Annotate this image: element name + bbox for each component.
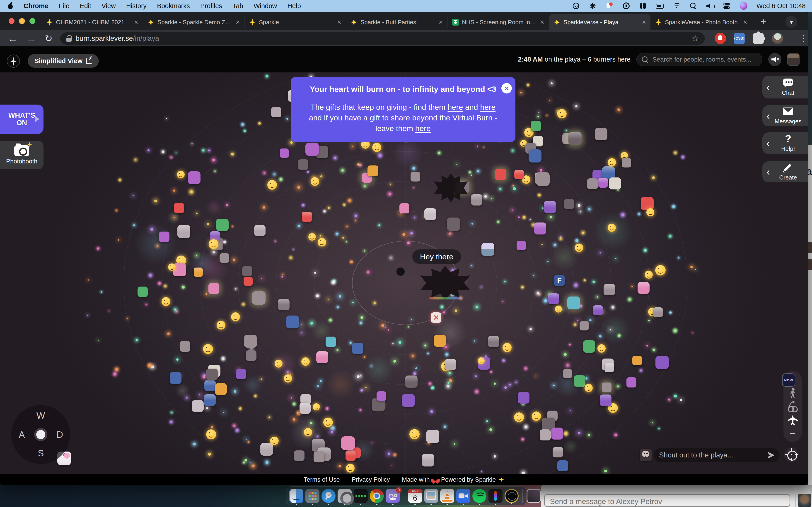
room-avatar-tile[interactable] xyxy=(583,340,595,353)
dock-icon-calendar[interactable] xyxy=(408,489,422,503)
zoom-out-button[interactable]: − xyxy=(790,428,796,439)
dock-icon-sphere[interactable] xyxy=(505,489,519,503)
room-avatar-tile[interactable] xyxy=(622,158,631,168)
room-avatar-tile[interactable] xyxy=(553,447,563,457)
room-avatar-tile[interactable] xyxy=(557,460,568,471)
room-avatar-tile[interactable] xyxy=(626,377,637,387)
room-avatar-tile[interactable] xyxy=(568,132,581,145)
burner-avatar-smiley[interactable] xyxy=(203,344,213,354)
closed-room-tile[interactable]: ✕ xyxy=(431,313,441,323)
room-avatar-tile[interactable] xyxy=(314,452,324,462)
menu-clock[interactable]: Wed 6 Oct 10:48 xyxy=(757,2,806,10)
browser-tab[interactable]: SparkleVerse - Playa× xyxy=(549,14,651,30)
compass-thumbstick[interactable] xyxy=(34,428,47,441)
chat-message-inputbox[interactable] xyxy=(544,494,790,507)
tab-close-icon[interactable]: × xyxy=(133,18,139,26)
address-bar[interactable]: burn.sparklever.se/in/playa ☆ xyxy=(60,33,705,45)
room-avatar-tile[interactable] xyxy=(367,165,378,176)
burner-avatar-smiley[interactable] xyxy=(555,305,562,313)
snowflake-icon[interactable] xyxy=(589,2,597,10)
shout-input-pill[interactable] xyxy=(654,448,779,462)
room-avatar-tile[interactable] xyxy=(244,277,253,286)
menu-item-profiles[interactable]: Profiles xyxy=(200,2,222,10)
room-avatar-tile[interactable] xyxy=(563,369,572,378)
burner-avatar-smiley[interactable] xyxy=(217,321,225,330)
browser-tab[interactable]: NHS - Screening Room Infor× xyxy=(448,15,549,29)
room-avatar-tile[interactable] xyxy=(246,350,256,361)
panel-tab-create[interactable]: ‹Create xyxy=(762,161,808,182)
room-avatar-tile[interactable] xyxy=(518,392,529,404)
creative-cloud-icon[interactable] xyxy=(572,2,580,10)
wifi-icon[interactable] xyxy=(673,2,680,10)
room-avatar-tile[interactable] xyxy=(174,203,184,213)
room-avatar-tile[interactable] xyxy=(426,430,439,443)
room-avatar-tile[interactable] xyxy=(305,143,319,156)
burner-avatar-smiley[interactable] xyxy=(267,180,277,190)
room-avatar-tile[interactable] xyxy=(341,436,355,450)
dock-icon-figma[interactable] xyxy=(489,489,503,503)
room-avatar-tile[interactable] xyxy=(376,391,386,401)
room-avatar-tile[interactable] xyxy=(242,266,252,276)
room-avatar-tile[interactable] xyxy=(602,166,615,179)
burner-avatar-smiley[interactable] xyxy=(372,143,381,152)
dock-icon-settings[interactable] xyxy=(338,489,352,503)
menu-item-edit[interactable]: Edit xyxy=(80,2,91,10)
room-avatar-tile[interactable] xyxy=(598,178,608,187)
room-avatar-tile[interactable] xyxy=(564,199,574,209)
room-avatar-tile[interactable] xyxy=(204,394,215,406)
burner-avatar-smiley[interactable] xyxy=(514,412,524,422)
tab-search-button[interactable]: ▾ xyxy=(785,16,797,27)
room-avatar-tile[interactable] xyxy=(579,321,589,331)
menu-item-bookmarks[interactable]: Bookmarks xyxy=(157,2,190,10)
burner-avatar-smiley[interactable] xyxy=(177,171,185,178)
send-icon[interactable] xyxy=(768,452,775,459)
room-avatar-tile[interactable] xyxy=(587,178,598,189)
burner-avatar-smiley[interactable] xyxy=(655,265,666,275)
burner-avatar-smiley[interactable] xyxy=(478,357,485,364)
room-avatar-tile[interactable] xyxy=(402,394,415,407)
spotlight-icon[interactable] xyxy=(690,2,697,10)
dock-icon-chromeapp[interactable] xyxy=(370,489,384,503)
tab-close-icon[interactable]: × xyxy=(235,18,241,26)
browser-tab[interactable]: OHBM2021 - OHBM 2021× xyxy=(42,15,143,29)
photobooth-button[interactable]: Photobooth xyxy=(0,141,44,169)
room-avatar-tile[interactable] xyxy=(567,296,580,309)
room-avatar-tile[interactable] xyxy=(286,316,299,328)
room-avatar-tile[interactable] xyxy=(188,171,201,184)
compass-a[interactable]: A xyxy=(19,430,25,440)
map-pin-icon[interactable] xyxy=(606,2,613,10)
burner-avatar-smiley[interactable] xyxy=(608,158,616,167)
siri-icon[interactable] xyxy=(740,2,748,10)
room-avatar-tile[interactable] xyxy=(302,212,312,222)
tab-close-icon[interactable]: × xyxy=(336,18,342,26)
room-avatar-tile[interactable] xyxy=(481,243,494,256)
room-avatar-tile[interactable] xyxy=(194,268,203,277)
room-avatar-tile[interactable] xyxy=(641,197,654,210)
one-password-icon[interactable] xyxy=(622,2,630,10)
dock-icon-safari[interactable] xyxy=(321,489,336,503)
app-search-bar[interactable] xyxy=(637,53,762,66)
shout-avatar[interactable] xyxy=(640,449,652,461)
adblock-extension-icon[interactable] xyxy=(715,33,726,44)
fullscreen-window-button[interactable] xyxy=(30,18,35,24)
panel-tab-messages[interactable]: ‹Messages xyxy=(762,105,808,126)
room-avatar-tile[interactable] xyxy=(495,169,506,180)
room-avatar-tile[interactable] xyxy=(422,454,434,466)
minimize-window-button[interactable] xyxy=(19,18,25,24)
burner-avatar-smiley[interactable] xyxy=(311,177,319,186)
menu-item-view[interactable]: View xyxy=(101,2,115,10)
forward-button[interactable]: → xyxy=(26,33,36,44)
apple-menu-icon[interactable] xyxy=(8,3,13,9)
control-center-icon[interactable] xyxy=(723,2,731,10)
room-avatar-tile[interactable] xyxy=(655,356,669,369)
room-avatar-tile[interactable] xyxy=(405,376,417,388)
room-avatar-tile[interactable] xyxy=(206,369,218,380)
plane-mode-icon[interactable] xyxy=(788,415,798,425)
room-avatar-tile[interactable] xyxy=(605,363,614,372)
room-avatar-tile[interactable] xyxy=(604,284,615,295)
room-avatar-tile[interactable] xyxy=(411,172,420,181)
menu-item-file[interactable]: File xyxy=(59,2,69,10)
app-search-input[interactable] xyxy=(652,56,757,63)
room-avatar-tile[interactable] xyxy=(215,383,227,395)
room-avatar-tile[interactable] xyxy=(260,443,273,456)
